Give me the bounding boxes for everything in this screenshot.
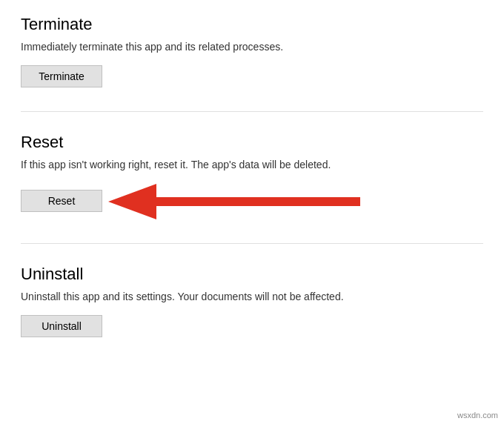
reset-row: Reset: [21, 182, 483, 219]
main-container: Terminate Immediately terminate this app…: [0, 0, 504, 376]
svg-rect-0: [153, 197, 360, 206]
terminate-title: Terminate: [21, 15, 483, 34]
terminate-section: Terminate Immediately terminate this app…: [21, 15, 483, 87]
reset-arrow: [108, 182, 375, 219]
reset-title: Reset: [21, 133, 483, 152]
uninstall-section: Uninstall Uninstall this app and its set…: [21, 265, 483, 337]
uninstall-description: Uninstall this app and its settings. You…: [21, 290, 483, 305]
divider-1: [21, 111, 483, 112]
terminate-button[interactable]: Terminate: [21, 65, 102, 87]
watermark: wsxdn.com: [457, 411, 498, 420]
reset-button[interactable]: Reset: [21, 190, 102, 212]
divider-2: [21, 243, 483, 244]
reset-description: If this app isn't working right, reset i…: [21, 158, 483, 173]
uninstall-button[interactable]: Uninstall: [21, 315, 102, 337]
svg-marker-1: [108, 184, 156, 219]
uninstall-title: Uninstall: [21, 265, 483, 284]
reset-section: Reset If this app isn't working right, r…: [21, 133, 483, 220]
terminate-description: Immediately terminate this app and its r…: [21, 40, 483, 55]
